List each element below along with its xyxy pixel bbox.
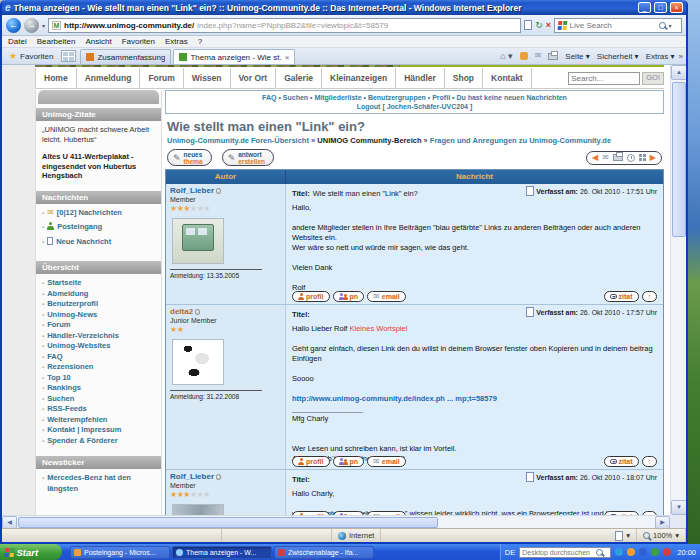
sidebar-item-abmeldung[interactable]: ▪Abmeldung (42, 289, 156, 300)
logout-row[interactable]: Logout [ Jochen-Schäfer-UVC204 ] (170, 102, 659, 111)
profil-button[interactable]: profil (292, 291, 330, 302)
tray-alert-icon[interactable] (663, 548, 671, 556)
subnav-mitgliederliste[interactable]: Mitgliederliste (314, 94, 361, 101)
site-nav-forum[interactable]: Forum (140, 68, 183, 88)
quick-tabs-icon[interactable] (61, 50, 76, 62)
command-overflow-chevron[interactable]: » (679, 52, 683, 61)
tray-network-icon[interactable] (639, 548, 647, 556)
email-button[interactable]: ✉email (367, 456, 406, 467)
menu-help[interactable]: ? (198, 37, 202, 46)
menu-favoriten[interactable]: Favoriten (122, 37, 155, 46)
sidebar-item-rezensionen[interactable]: ▪Rezensionen (42, 362, 156, 373)
command-sicherheit[interactable]: Sicherheit ▾ (597, 52, 639, 61)
sidebar-item-0-12-nachrichten[interactable]: ▪✉[0|12] Nachrichten (42, 208, 156, 219)
site-search-go-button[interactable]: GO! (642, 72, 664, 85)
site-nav-wissen[interactable]: Wissen (184, 68, 231, 88)
scroll-down-icon[interactable]: ▼ (671, 500, 686, 515)
zitat-button[interactable]: zitat (604, 456, 639, 467)
site-nav-galerie[interactable]: Galerie (276, 68, 322, 88)
sidebar-item-h-ndler-verzeichnis[interactable]: ▪Händler-Verzeichnis (42, 331, 156, 342)
sidebar-item-kontakt-impressum[interactable]: ▪Kontakt | Impressum (42, 425, 156, 436)
home-icon[interactable]: ⌂ ▾ (500, 51, 512, 61)
newsticker-item-mercedes-benz-hat-den-l-ngsten[interactable]: ▪Mercedes-Benz hat den längsten (42, 473, 156, 494)
reply-button[interactable]: ✎ antworterstellen (222, 149, 274, 166)
sidebar-item-posteingang[interactable]: ▪Posteingang (42, 222, 156, 233)
horizontal-scroll-thumb[interactable] (18, 517, 438, 528)
command-seite[interactable]: Seite ▾ (565, 52, 589, 61)
sidebar-item-forum[interactable]: ▪Forum (42, 320, 156, 331)
horizontal-scrollbar[interactable]: ◀ ▶ (2, 515, 670, 528)
post-link[interactable]: http://www.unimog-community.de/index.ph … (292, 394, 497, 403)
stop-icon[interactable]: × (546, 21, 551, 30)
desktop-search-input[interactable] (522, 549, 594, 556)
tray-security-icon[interactable] (651, 548, 659, 556)
print-topic-icon[interactable] (613, 154, 623, 161)
site-nav-anmeldung[interactable]: Anmeldung (77, 68, 141, 88)
breadcrumb-unimog-community-de-foren-bersicht[interactable]: Unimog-Community.de Foren-Übersicht (167, 136, 309, 145)
sidebar-item-neue-nachricht[interactable]: ▪Neue Nachricht (42, 237, 156, 248)
url-field[interactable]: M http://www.unimog-community.de/ index.… (48, 18, 521, 33)
sidebar-item-spender-f-rderer[interactable]: ▪Spender & Förderer (42, 436, 156, 447)
compatibility-view-icon[interactable] (524, 20, 532, 30)
task-thema-anzeigen-w[interactable]: Thema anzeigen - W... (172, 546, 272, 559)
site-nav-h-ndler[interactable]: Händler (396, 68, 445, 88)
menu-ansicht[interactable]: Ansicht (85, 37, 111, 46)
sidebar-item-unimog-news[interactable]: ▪Unimog-News (42, 310, 156, 321)
sidebar-item-suchen[interactable]: ▪Suchen (42, 394, 156, 405)
site-nav-vor-ort[interactable]: Vor Ort (231, 68, 277, 88)
task-zwischenablage-ifa[interactable]: Zwischenablage - Ifa... (274, 546, 374, 559)
tray-update-icon[interactable] (627, 548, 635, 556)
pn-button[interactable]: pn (333, 291, 365, 302)
subnav-benutzergruppen[interactable]: Benutzergruppen (368, 94, 426, 101)
command-extras[interactable]: Extras ▾ (646, 52, 675, 61)
back-button[interactable]: ← (6, 18, 21, 33)
prev-topic-icon[interactable]: ◀ (592, 154, 598, 162)
author-link[interactable]: delta2 (170, 307, 193, 316)
protected-mode-cell[interactable]: ▾ (609, 529, 637, 542)
sidebar-item-faq[interactable]: ▪FAQ (42, 352, 156, 363)
next-topic-icon[interactable]: ▶ (650, 154, 656, 162)
browser-tab-zusammenfassung[interactable]: Zusammenfassung (80, 49, 171, 64)
desktop-search-box[interactable] (519, 547, 611, 558)
site-search-input[interactable] (568, 72, 640, 85)
refresh-icon[interactable]: ↻ (535, 21, 543, 30)
scroll-right-icon[interactable]: ▶ (655, 516, 670, 528)
menu-extras[interactable]: Extras (165, 37, 188, 46)
search-magnifier-icon[interactable] (659, 22, 666, 29)
site-nav-kleinanzeigen[interactable]: Kleinanzeigen (322, 68, 396, 88)
scroll-up-icon[interactable]: ▲ (671, 65, 686, 80)
sidebar-item-rss-feeds[interactable]: ▪RSS-Feeds (42, 404, 156, 415)
sidebar-item-rankings[interactable]: ▪Rankings (42, 383, 156, 394)
back-to-top-button[interactable]: ↑ (642, 456, 658, 467)
subnav-suchen[interactable]: Suchen (283, 94, 308, 101)
email-button[interactable]: ✉email (367, 291, 406, 302)
topic-options-icon[interactable] (639, 154, 646, 161)
author-link[interactable]: Rolf_Lieber (170, 472, 214, 481)
breadcrumb-fragen-und-anregungen-zu-unimog-community-de[interactable]: Fragen und Anregungen zu Unimog-Communit… (430, 136, 611, 145)
back-to-top-button[interactable]: ↑ (642, 291, 658, 302)
maximize-button[interactable]: □ (654, 2, 667, 13)
read-mail-icon[interactable]: ✉ (535, 52, 542, 60)
live-search-box[interactable]: ▾ (554, 18, 682, 33)
sidebar-item-unimog-websites[interactable]: ▪Unimog-Websites (42, 341, 156, 352)
language-indicator[interactable]: DE (505, 548, 515, 557)
favorites-button[interactable]: ★ Favoriten (5, 49, 57, 63)
site-nav-kontakt[interactable]: Kontakt (483, 68, 532, 88)
titlebar[interactable]: e Thema anzeigen - Wie stellt man einen … (2, 0, 686, 15)
minimize-button[interactable]: _ (638, 2, 651, 13)
close-button[interactable]: × (670, 2, 683, 13)
menu-bearbeiten[interactable]: Bearbeiten (37, 37, 76, 46)
rss-feed-icon[interactable] (520, 52, 528, 60)
site-nav-shop[interactable]: Shop (445, 68, 483, 88)
author-link[interactable]: Rolf_Lieber (170, 186, 214, 195)
menu-datei[interactable]: Datei (8, 37, 27, 46)
subnav-faq[interactable]: FAQ (262, 94, 276, 101)
print-icon[interactable] (548, 53, 558, 60)
desktop-search-icon[interactable] (596, 549, 603, 556)
vertical-scroll-thumb[interactable] (672, 82, 686, 237)
subnav-profil[interactable]: Profil (432, 94, 450, 101)
new-topic-button[interactable]: ✎ neuesthema (167, 149, 212, 166)
watch-topic-icon[interactable] (627, 154, 635, 162)
browser-tab-thema-anzeigen-wie-st[interactable]: Thema anzeigen - Wie st...× (173, 49, 295, 64)
sidebar-item-weiterempfehlen[interactable]: ▪Weiterempfehlen (42, 415, 156, 426)
